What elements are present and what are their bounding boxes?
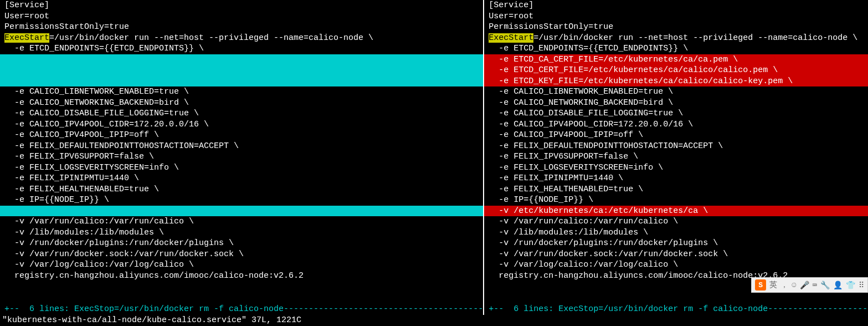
code-line[interactable]: -e ETCD_CERT_FILE=/etc/kubernetes/ca/cal… (484, 65, 868, 76)
ime-menu-icon[interactable]: ⠿ (859, 281, 864, 290)
ime-emoji-icon[interactable]: ☺ (792, 281, 796, 289)
left-fold-line[interactable]: +-- 6 lines: ExecStop=/usr/bin/docker rm… (0, 304, 483, 315)
code-line[interactable]: -e FELIX_IPV6SUPPORT=false \ (0, 151, 483, 162)
code-line[interactable]: -v /run/docker/plugins:/run/docker/plugi… (0, 238, 483, 249)
code-line[interactable]: [Service] (484, 0, 868, 11)
right-fold-line[interactable]: +-- 6 lines: ExecStop=/usr/bin/docker rm… (484, 304, 868, 315)
code-line[interactable]: -e CALICO_LIBNETWORK_ENABLED=true \ (0, 86, 483, 98)
code-line[interactable]: -v /var/log/calico:/var/log/calico \ (0, 259, 483, 271)
code-line[interactable]: -e ETCD_ENDPOINTS={{ETCD_ENDPOINTS}} \ (0, 43, 483, 54)
search-highlight: ExecStart (4, 33, 49, 43)
code-line[interactable]: -e IP={{NODE_IP}} \ (484, 195, 868, 206)
code-line[interactable]: -e FELIX_HEALTHENABLED=true \ (0, 184, 483, 195)
command-line[interactable]: "kubernetes-with-ca/all-node/kube-calico… (0, 315, 868, 326)
code-line[interactable]: -e FELIX_IPV6SUPPORT=false \ (484, 151, 868, 162)
code-line[interactable]: -e CALICO_DISABLE_FILE_LOGGING=true \ (0, 108, 483, 119)
code-line[interactable]: PermissionsStartOnly=true (0, 22, 483, 33)
code-line[interactable]: -e CALICO_NETWORKING_BACKEND=bird \ (484, 98, 868, 109)
ime-punct-icon[interactable]: ， (780, 280, 788, 290)
code-line[interactable]: -e FELIX_LOGSEVERITYSCREEN=info \ (484, 162, 868, 174)
left-content[interactable]: [Service]User=rootPermissionsStartOnly=t… (0, 0, 483, 304)
code-line[interactable]: -e CALICO_IPV4POOL_CIDR=172.20.0.0/16 \ (0, 119, 483, 130)
code-line[interactable]: -e FELIX_DEFAULTENDPOINTTOHOSTACTION=ACC… (484, 141, 868, 152)
ime-lang[interactable]: 英 (769, 280, 777, 290)
code-line[interactable]: -e IP={{NODE_IP}} \ (0, 195, 483, 206)
left-pane: [Service]User=rootPermissionsStartOnly=t… (0, 0, 483, 326)
ime-keyboard-icon[interactable]: ⌨ (813, 281, 817, 290)
code-line[interactable]: -v /run/docker/plugins:/run/docker/plugi… (484, 238, 868, 249)
code-line[interactable]: -e CALICO_DISABLE_FILE_LOGGING=true \ (484, 108, 868, 119)
code-line[interactable]: -e CALICO_IPV4POOL_IPIP=off \ (484, 130, 868, 141)
code-line[interactable] (0, 65, 483, 76)
code-line[interactable]: -v /var/run/docker.sock:/var/run/docker.… (484, 249, 868, 260)
code-line[interactable]: -e CALICO_NETWORKING_BACKEND=bird \ (0, 98, 483, 109)
code-line[interactable]: -v /lib/modules:/lib/modules \ (484, 227, 868, 238)
vimdiff-container: [Service]User=rootPermissionsStartOnly=t… (0, 0, 868, 326)
ime-logo-icon[interactable]: S (755, 279, 766, 291)
code-line[interactable] (0, 76, 483, 87)
code-line[interactable]: -v /var/run/calico:/var/run/calico \ (484, 216, 868, 227)
code-line[interactable]: -v /lib/modules:/lib/modules \ (0, 227, 483, 238)
code-line[interactable]: -e ETCD_KEY_FILE=/etc/kubernetes/ca/cali… (484, 76, 868, 87)
code-line[interactable]: -e CALICO_LIBNETWORK_ENABLED=true \ (484, 86, 868, 98)
code-line[interactable]: ExecStart=/usr/bin/docker run --net=host… (484, 33, 868, 44)
code-line[interactable]: -e FELIX_IPINIPMTU=1440 \ (0, 173, 483, 184)
ime-skin-icon[interactable]: 👕 (846, 281, 855, 290)
code-line[interactable]: -v /etc/kubernetes/ca:/etc/kubernetes/ca… (484, 206, 868, 217)
code-line[interactable] (0, 206, 483, 217)
fold-text: +-- 6 lines: ExecStop=/usr/bin/docker rm… (489, 304, 868, 314)
ime-mic-icon[interactable]: 🎤 (800, 281, 809, 290)
code-line[interactable]: registry.cn-hangzhou.aliyuncs.com/imooc/… (0, 271, 483, 282)
code-line[interactable]: User=root (0, 11, 483, 22)
search-highlight: ExecStart (489, 33, 533, 43)
code-line[interactable]: -v /var/run/calico:/var/run/calico \ (0, 216, 483, 227)
code-line[interactable]: -e FELIX_LOGSEVERITYSCREEN=info \ (0, 162, 483, 174)
code-line[interactable]: -e ETCD_ENDPOINTS={{ETCD_ENDPOINTS}} \ (484, 43, 868, 54)
code-line[interactable]: -e FELIX_HEALTHENABLED=true \ (484, 184, 868, 195)
code-line[interactable]: PermissionsStartOnly=true (484, 22, 868, 33)
ime-user-icon[interactable]: 👤 (833, 281, 843, 290)
code-line[interactable]: -e FELIX_DEFAULTENDPOINTTOHOSTACTION=ACC… (0, 141, 483, 152)
code-line[interactable]: -v /var/run/docker.sock:/var/run/docker.… (0, 249, 483, 260)
code-line[interactable]: -e CALICO_IPV4POOL_IPIP=off \ (0, 130, 483, 141)
code-line[interactable]: -e ETCD_CA_CERT_FILE=/etc/kubernetes/ca/… (484, 54, 868, 65)
fold-text: +-- 6 lines: ExecStop=/usr/bin/docker rm… (4, 304, 483, 314)
code-line[interactable]: -v /var/log/calico:/var/log/calico \ (484, 259, 868, 271)
code-line[interactable]: -e CALICO_IPV4POOL_CIDR=172.20.0.0/16 \ (484, 119, 868, 130)
ime-tool-icon[interactable]: 🔧 (820, 281, 830, 290)
code-line[interactable]: [Service] (0, 0, 483, 11)
code-line[interactable]: -e FELIX_IPINIPMTU=1440 \ (484, 173, 868, 184)
ime-toolbar[interactable]: S 英 ， ☺ 🎤 ⌨ 🔧 👤 👕 ⠿ (751, 277, 868, 293)
code-line[interactable]: ExecStart=/usr/bin/docker run --net=host… (0, 33, 483, 44)
code-line[interactable]: User=root (484, 11, 868, 22)
right-content[interactable]: [Service]User=rootPermissionsStartOnly=t… (484, 0, 868, 304)
code-line[interactable] (0, 54, 483, 65)
